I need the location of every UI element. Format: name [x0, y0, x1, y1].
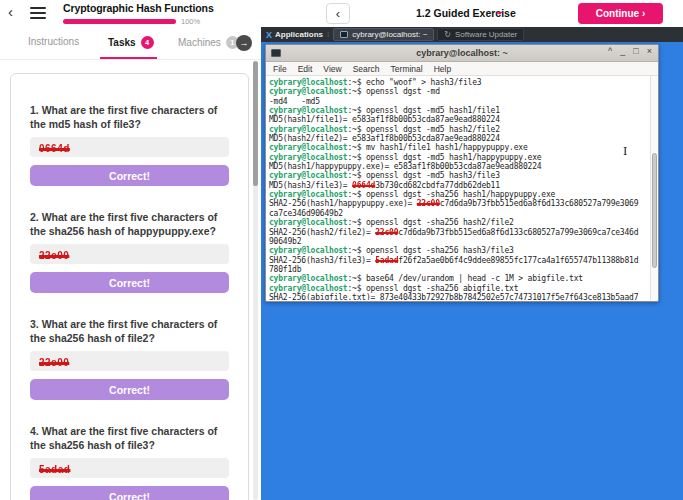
terminal-titlebar[interactable]: cybrary@localhost: ~ ^ _ □ ×	[266, 45, 658, 62]
terminal-line: MD5(hash2/file2)= e583af1f8b00b53cda87ae…	[269, 134, 655, 143]
progress-bar	[63, 19, 176, 24]
terminal-line: cybrary@localhost:~$ openssl dgst -sha25…	[269, 284, 655, 293]
ibeam-cursor-icon: I	[623, 145, 627, 158]
terminal-line: 780f1db	[269, 265, 655, 274]
progress: 100%	[63, 17, 200, 26]
terminal-line: cybrary@localhost:~$ openssl dgst -md5 h…	[269, 171, 655, 180]
terminal-line: MD5(hash1/happypuppy.exe)= e583af1f8b00b…	[269, 162, 655, 171]
terminal-line: cybrary@localhost:~$ openssl dgst -md	[269, 87, 655, 96]
terminal-line: cybrary@localhost:~$ openssl dgst -sha25…	[269, 246, 655, 255]
terminal-line: SHA2-256(hash3/file3)= 5adadf26f2a5ae0b6…	[269, 256, 655, 265]
task-answer-input[interactable]: 22c00	[30, 351, 229, 371]
terminal-menu-file[interactable]: File	[273, 64, 287, 74]
tab-instructions[interactable]: Instructions	[28, 36, 79, 47]
tab-bar: Instructions Tasks 4 Machines 1 →	[0, 27, 261, 60]
panel-scrollbar-thumb[interactable]	[253, 61, 258, 186]
terminal-window: cybrary@localhost: ~ ^ _ □ × FileEditVie…	[265, 44, 659, 302]
tab-tasks[interactable]: Tasks 4	[108, 36, 154, 49]
terminal-line: SHA2-256(abigfile.txt)= 873e40433b72927b…	[269, 293, 655, 300]
tasks-card: 1. What are the first five characters of…	[10, 73, 249, 500]
lesson-back-button[interactable]: ‹	[326, 3, 350, 24]
arrow-right-icon[interactable]: →	[236, 35, 252, 51]
panel-scrollbar[interactable]	[253, 61, 258, 500]
left-panel: Instructions Tasks 4 Machines 1 → 1. Wha…	[0, 27, 261, 500]
terminal-line: SHA2-256(hash1/happypuppy.exe)= 22c00c7d…	[269, 199, 655, 208]
task-status-button[interactable]: Correct!	[30, 379, 229, 400]
terminal-menu-view[interactable]: View	[323, 64, 341, 74]
desktop[interactable]: cybrary@localhost: ~ ^ _ □ × FileEditVie…	[261, 42, 683, 500]
xfce-logo-icon[interactable]: X	[266, 30, 272, 40]
taskbar-window-terminal[interactable]: cybrary@localhost: ~	[333, 28, 434, 41]
terminal-menu-search[interactable]: Search	[353, 64, 380, 74]
minimize-icon[interactable]: _	[620, 46, 625, 56]
tasks-panel: 1. What are the first five characters of…	[0, 61, 261, 500]
terminal-scrollbar-thumb[interactable]	[652, 153, 657, 268]
terminal-line: SHA2-256(hash2/file2)= 22c00c7d6da9b73fb…	[269, 228, 655, 237]
task-answer-redacted: 22c00	[39, 357, 69, 368]
tab-machines[interactable]: Machines 1	[178, 36, 239, 49]
task-answer-redacted: 5adad	[39, 464, 70, 475]
task-answer-redacted: 22c00	[39, 250, 69, 261]
tasks-list: 1. What are the first five characters of…	[30, 103, 229, 500]
terminal-menu-help[interactable]: Help	[434, 64, 451, 74]
task-item: 3. What are the first five characters of…	[30, 317, 229, 400]
terminal-line: cybrary@localhost:~$ mv hash1/file1 hash…	[269, 143, 655, 152]
task-item: 2. What are the first five characters of…	[30, 210, 229, 293]
terminal-line: ca7ce346d90649b2	[269, 209, 655, 218]
terminal-line: cybrary@localhost:~$ echo "woof" > hash3…	[269, 78, 655, 87]
progress-percent: 100%	[181, 17, 200, 26]
terminal-line: cybrary@localhost:~$ openssl dgst -sha25…	[269, 218, 655, 227]
task-item: 4. What are the first five characters of…	[30, 424, 229, 500]
tasks-count-badge: 4	[141, 36, 154, 49]
task-item: 1. What are the first five characters of…	[30, 103, 229, 186]
app: ‹ Cryptographic Hash Functions 100% ‹ 1.…	[0, 0, 683, 500]
window-controls: ^ _ □ ×	[608, 46, 652, 56]
terminal-output: cybrary@localhost:~$ echo "woof" > hash3…	[269, 78, 655, 300]
rollup-icon[interactable]: ^	[608, 46, 612, 56]
header: ‹ Cryptographic Hash Functions 100% ‹ 1.…	[0, 0, 683, 27]
task-status-button[interactable]: Correct!	[30, 272, 229, 293]
terminal-scrollbar[interactable]	[650, 76, 658, 300]
terminal-line: cybrary@localhost:~$ openssl dgst -md5 h…	[269, 106, 655, 115]
terminal-line: cybrary@localhost:~$ openssl dgst -sha25…	[269, 190, 655, 199]
terminal-line: cybrary@localhost:~$ openssl dgst -md5 h…	[269, 125, 655, 134]
taskbar-window-software-updater[interactable]: ↻ Software Updater	[437, 28, 524, 41]
chevron-down-icon[interactable]: ›	[493, 11, 507, 15]
hamburger-menu-icon[interactable]	[30, 7, 46, 19]
task-answer-input[interactable]: 0664d	[30, 137, 229, 157]
terminal-line: MD5(hash1/file1)= e583af1f8b00b53cda87ae…	[269, 115, 655, 124]
vm-taskbar: X Applications ⁞ cybrary@localhost: ~ ↻ …	[261, 27, 683, 42]
task-status-button[interactable]: Correct!	[30, 486, 229, 500]
task-answer-input[interactable]: 5adad	[30, 458, 229, 478]
active-tab-underline	[100, 57, 157, 60]
taskbar-separator-icon: ⁞	[327, 30, 329, 39]
terminal-line: -md4 -md5	[269, 97, 655, 106]
terminal-window-title: cybrary@localhost: ~	[266, 48, 658, 58]
task-question: 1. What are the first five characters of…	[30, 103, 229, 131]
task-question: 3. What are the first five characters of…	[30, 317, 229, 345]
course-title: Cryptographic Hash Functions	[63, 2, 214, 14]
terminal-menubar: FileEditViewSearchTerminalHelp	[266, 62, 658, 76]
maximize-icon[interactable]: □	[633, 46, 638, 56]
task-question: 4. What are the first five characters of…	[30, 424, 229, 452]
applications-menu[interactable]: Applications	[275, 30, 323, 39]
terminal-body[interactable]: cybrary@localhost:~$ echo "woof" > hash3…	[266, 76, 658, 300]
terminal-line: cybrary@localhost:~$ openssl dgst -md5 h…	[269, 153, 655, 162]
vm-screen: X Applications ⁞ cybrary@localhost: ~ ↻ …	[261, 27, 683, 500]
software-updater-icon: ↻	[444, 30, 451, 39]
close-icon[interactable]: ×	[647, 46, 652, 56]
continue-button[interactable]: Continue ›	[578, 3, 663, 24]
terminal-line: 90649b2	[269, 237, 655, 246]
terminal-line: MD5(hash3/file3)= 0664d3b730cd682cbdfa77…	[269, 181, 655, 190]
task-question: 2. What are the first five characters of…	[30, 210, 229, 238]
terminal-line: cybrary@localhost:~$ base64 /dev/urandom…	[269, 274, 655, 283]
terminal-icon	[340, 31, 348, 38]
task-answer-redacted: 0664d	[39, 143, 70, 154]
terminal-menu-terminal[interactable]: Terminal	[391, 64, 423, 74]
task-answer-input[interactable]: 22c00	[30, 244, 229, 264]
task-status-button[interactable]: Correct!	[30, 165, 229, 186]
terminal-menu-edit[interactable]: Edit	[298, 64, 313, 74]
back-chevron-icon[interactable]: ‹	[8, 3, 13, 20]
